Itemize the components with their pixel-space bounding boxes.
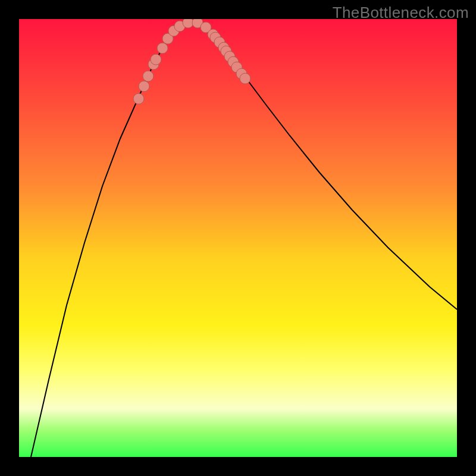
highlight-dot [240, 73, 250, 84]
highlight-dot [157, 43, 168, 54]
highlight-dot [151, 54, 161, 65]
highlight-dot [133, 93, 144, 104]
highlight-dot [183, 19, 193, 28]
highlight-dot [143, 71, 154, 82]
chart-frame: TheBottleneck.com [0, 0, 476, 476]
highlight-dots [133, 19, 250, 104]
bottleneck-curve [31, 23, 457, 457]
plot-area [19, 19, 457, 457]
chart-svg [19, 19, 457, 457]
watermark-text: TheBottleneck.com [333, 4, 469, 22]
highlight-dot [139, 81, 149, 92]
